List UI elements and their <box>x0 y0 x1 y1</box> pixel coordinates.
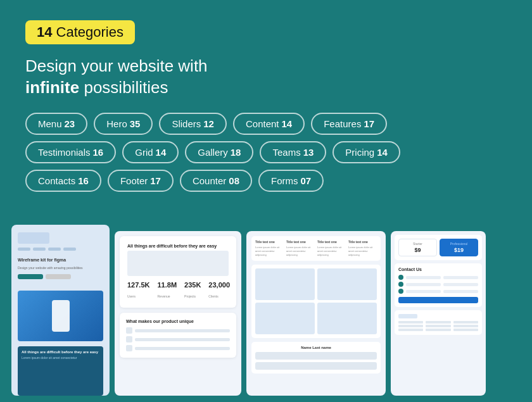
card2-stat3-value: 235K <box>184 281 201 289</box>
card4-footer-col-2 <box>426 321 450 331</box>
card3-col-2: Title text one Lorem ipsum dolor sit ame… <box>286 240 315 257</box>
card4-pricing: Starter $9 Professional $19 <box>395 235 482 260</box>
tags-section: Menu 23 Hero 35 Sliders 12 Content 14 Fe… <box>25 113 507 192</box>
card4-inner: Starter $9 Professional $19 Contact Us <box>391 231 486 339</box>
card2-stat-4: 23,000 Clients <box>208 281 230 300</box>
card4-plan-starter: Starter $9 <box>398 239 437 256</box>
card1-logo <box>18 232 49 244</box>
card2-features <box>126 327 230 351</box>
card3-header: Title text one Lorem ipsum dolor sit ame… <box>251 236 381 261</box>
tags-row-2: Testimonials 16 Grid 14 Gallery 18 Teams… <box>25 141 507 163</box>
categories-badge[interactable]: 14 Categories <box>25 20 135 44</box>
card4-contact-btn <box>398 297 478 303</box>
card4-footer-cols <box>398 321 478 331</box>
card4-contact-text-2b <box>443 283 478 286</box>
tag-contacts[interactable]: Contacts 16 <box>25 170 101 192</box>
tag-forms[interactable]: Forms 07 <box>258 170 324 192</box>
card3-inner: Title text one Lorem ipsum dolor sit ame… <box>246 231 386 379</box>
card2-stat4-label: Clients <box>208 294 218 298</box>
tag-gallery[interactable]: Gallery 18 <box>185 141 253 163</box>
card4-contact-icon-1 <box>398 275 403 280</box>
card1-btn-secondary <box>46 274 71 279</box>
card2-stat-1: 127.5K Users <box>127 281 149 300</box>
card2-feature-row <box>126 345 230 351</box>
card2-bottom-title: What makes our product unique <box>126 319 230 323</box>
card3-col1-text: Lorem ipsum dolor sit amet consectetur a… <box>255 246 284 257</box>
card2-feature-row <box>126 336 230 342</box>
tag-features[interactable]: Features 17 <box>311 113 387 135</box>
card3-col1-title: Title text one <box>255 240 284 244</box>
footer-line <box>426 329 450 331</box>
card1-bottom-sub: Lorem ipsum dolor sit amet consectetur <box>22 356 99 360</box>
card2-stat-3: 235K Projects <box>184 281 201 300</box>
card3-form-field1 <box>255 352 377 360</box>
card2-stat2-label: Revenue <box>157 294 170 298</box>
tag-grid[interactable]: Grid 14 <box>122 141 179 163</box>
card3-col3-title: Title text one <box>317 240 346 244</box>
card4-contact-row-3 <box>398 289 478 294</box>
card1-nav-dot <box>18 248 30 251</box>
card4-footer-col-3 <box>453 321 478 331</box>
card4-contact-text-3b <box>443 290 478 293</box>
preview-card-4: Starter $9 Professional $19 Contact Us <box>391 231 486 396</box>
preview-card-3: Title text one Lorem ipsum dolor sit ame… <box>246 231 386 396</box>
card3-col4-title: Title text one <box>348 240 377 244</box>
previews-section: Wireframe kit for figma Design your webs… <box>0 218 532 402</box>
card4-plan-pro: Professional $19 <box>440 239 478 256</box>
headline-line1: Design your website with <box>25 56 208 75</box>
preview-card-1: Wireframe kit for figma Design your webs… <box>11 225 110 396</box>
tag-hero[interactable]: Hero 35 <box>94 113 153 135</box>
card3-col2-text: Lorem ipsum dolor sit amet consectetur a… <box>286 246 315 257</box>
card2-feature-icon <box>126 327 132 334</box>
preview-card-2: All things are difficult before they are… <box>115 231 241 396</box>
footer-line <box>426 325 450 327</box>
tag-footer[interactable]: Footer 17 <box>108 170 174 192</box>
card3-col-3: Title text one Lorem ipsum dolor sit ame… <box>317 240 346 257</box>
card2-feature-icon <box>126 345 132 351</box>
card4-starter-price: $9 <box>402 247 434 253</box>
footer-line <box>453 329 478 331</box>
badge-text: Categories <box>52 24 124 40</box>
card1-nav-dot <box>48 248 61 251</box>
card4-contact-text-1b <box>443 276 478 279</box>
tag-counter[interactable]: Counter 08 <box>180 170 252 192</box>
card2-top-title: All things are difficult before they are… <box>127 244 229 248</box>
card2-feature-row <box>126 327 230 334</box>
card2-bottom: What makes our product unique <box>120 313 236 358</box>
card4-footer-col-1 <box>398 321 423 331</box>
card2-feature-text <box>135 329 230 332</box>
footer-line <box>398 325 423 327</box>
card3-form-field2 <box>255 362 377 370</box>
card4-contact: Contact Us <box>395 263 482 307</box>
card1-nav <box>18 248 103 251</box>
card3-grid-inner <box>255 268 377 334</box>
headline: Design your website with infinite possib… <box>25 56 507 99</box>
card3-grid <box>251 265 381 338</box>
card3-cell-4 <box>317 303 377 334</box>
tag-testimonials[interactable]: Testimonials 16 <box>25 141 116 163</box>
card4-contact-text-2 <box>406 283 441 286</box>
card4-footer-logo <box>398 314 417 318</box>
card4-contact-title: Contact Us <box>398 267 478 272</box>
tag-teams[interactable]: Teams 13 <box>260 141 326 163</box>
tag-pricing[interactable]: Pricing 14 <box>332 141 400 163</box>
top-section: 14 Categories Design your website with i… <box>0 0 532 202</box>
card3-col-4: Title text one Lorem ipsum dolor sit ame… <box>348 240 377 257</box>
card4-contact-icon-3 <box>398 289 403 294</box>
card1-nav-dot <box>33 248 46 251</box>
card2-feature-icon <box>126 336 132 342</box>
card4-starter-name: Starter <box>402 242 434 246</box>
footer-line <box>398 329 423 331</box>
card2-feature-text <box>135 347 230 350</box>
tag-content[interactable]: Content 14 <box>233 113 305 135</box>
card3-form: Name Last name <box>251 342 381 374</box>
card2-stat1-value: 127.5K <box>127 281 149 289</box>
card2-top: All things are difficult before they are… <box>120 236 236 308</box>
footer-line <box>453 321 478 323</box>
tag-sliders[interactable]: Sliders 12 <box>159 113 227 135</box>
tags-row-1: Menu 23 Hero 35 Sliders 12 Content 14 Fe… <box>25 113 507 135</box>
card3-col-1: Title text one Lorem ipsum dolor sit ame… <box>255 240 284 257</box>
tag-menu[interactable]: Menu 23 <box>25 113 87 135</box>
card1-bottom: All things are difficult before they are… <box>18 346 103 396</box>
card4-pro-price: $19 <box>443 247 475 253</box>
